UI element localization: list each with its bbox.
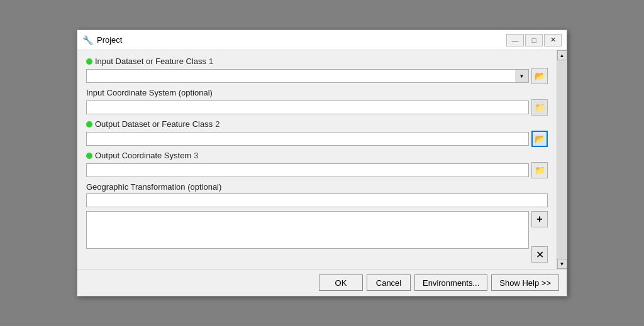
folder-icon-2: 📁 (535, 165, 545, 175)
scroll-track (557, 60, 567, 259)
geo-transform-row (86, 193, 548, 207)
folder-open-icon: 📂 (535, 71, 545, 81)
required-dot-3 (86, 153, 92, 159)
output-dataset-label-text: Output Dataset or Feature Class (95, 119, 213, 129)
output-coord-row: 📁 (86, 162, 548, 178)
scroll-up-button[interactable]: ▲ (557, 50, 567, 60)
input-dataset-number: 1 (209, 57, 213, 66)
geo-transform-list[interactable] (86, 211, 529, 249)
output-dataset-label: Output Dataset or Feature Class 2 (86, 119, 548, 129)
maximize-button[interactable]: □ (525, 34, 543, 46)
geo-transform-list-section: + ✕ (86, 211, 548, 263)
input-coord-browse-button[interactable]: 📁 (531, 99, 548, 116)
input-dataset-section: Input Dataset or Feature Class 1 ▼ 📂 (86, 57, 548, 84)
output-coord-label-text: Output Coordinate System (95, 151, 191, 160)
folder-open-icon-2: 📂 (535, 134, 545, 144)
geo-transform-buttons: + ✕ (531, 211, 548, 263)
geo-transform-label: Geographic Transformation (optional) (86, 182, 548, 192)
dialog-title: Project (97, 35, 122, 45)
dialog-icon: 🔧 (82, 35, 93, 45)
scrollbar: ▲ ▼ (557, 50, 567, 269)
minimize-button[interactable]: — (506, 34, 524, 46)
required-dot-1 (86, 58, 92, 65)
geo-transform-input[interactable] (86, 193, 548, 207)
input-dataset-input[interactable] (86, 69, 529, 83)
output-dataset-number: 2 (215, 119, 219, 129)
title-controls: — □ ✕ (506, 34, 562, 46)
input-coord-label-text: Input Coordinate System (optional) (86, 88, 213, 97)
close-button[interactable]: ✕ (544, 34, 562, 46)
footer: OK Cancel Environments... Show Help >> (77, 269, 567, 296)
geo-transform-label-text: Geographic Transformation (optional) (86, 182, 221, 192)
geo-transform-add-button[interactable]: + (531, 211, 548, 227)
output-coord-label: Output Coordinate System 3 (86, 151, 548, 160)
folder-icon: 📁 (535, 102, 545, 112)
output-coord-number: 3 (194, 151, 198, 160)
form-panel: Input Dataset or Feature Class 1 ▼ 📂 Inp (77, 50, 557, 269)
input-dataset-label: Input Dataset or Feature Class 1 (86, 57, 548, 66)
input-coord-label: Input Coordinate System (optional) (86, 88, 548, 97)
input-dataset-row: ▼ 📂 (86, 68, 548, 84)
title-bar: 🔧 Project — □ ✕ (77, 30, 567, 50)
show-help-button[interactable]: Show Help >> (491, 274, 559, 291)
title-bar-left: 🔧 Project (82, 35, 122, 45)
input-dataset-browse-button[interactable]: 📂 (531, 68, 548, 84)
output-coord-browse-button[interactable]: 📁 (531, 162, 548, 178)
cancel-button[interactable]: Cancel (367, 274, 411, 291)
input-dataset-dropdown-arrow[interactable]: ▼ (515, 69, 529, 83)
environments-button[interactable]: Environments... (414, 274, 487, 291)
required-dot-2 (86, 121, 92, 128)
output-dataset-input[interactable] (86, 132, 529, 146)
output-dataset-section: Output Dataset or Feature Class 2 📂 (86, 119, 548, 147)
input-coord-row: 📁 (86, 99, 548, 116)
output-dataset-browse-button[interactable]: 📂 (531, 131, 548, 147)
input-dataset-dropdown-wrapper: ▼ (86, 69, 529, 83)
output-dataset-row: 📂 (86, 131, 548, 147)
input-coord-input[interactable] (86, 101, 529, 114)
content-area: Input Dataset or Feature Class 1 ▼ 📂 Inp (77, 50, 567, 269)
output-coord-section: Output Coordinate System 3 📁 (86, 151, 548, 178)
output-coord-input[interactable] (86, 163, 529, 177)
input-coord-section: Input Coordinate System (optional) 📁 (86, 88, 548, 116)
ok-button[interactable]: OK (319, 274, 363, 291)
scroll-down-button[interactable]: ▼ (557, 259, 567, 269)
project-dialog: 🔧 Project — □ ✕ Input Dataset or Feature… (77, 30, 567, 296)
geo-transform-section: Geographic Transformation (optional) (86, 182, 548, 207)
input-dataset-label-text: Input Dataset or Feature Class (95, 57, 206, 66)
geo-transform-remove-button[interactable]: ✕ (531, 246, 548, 263)
